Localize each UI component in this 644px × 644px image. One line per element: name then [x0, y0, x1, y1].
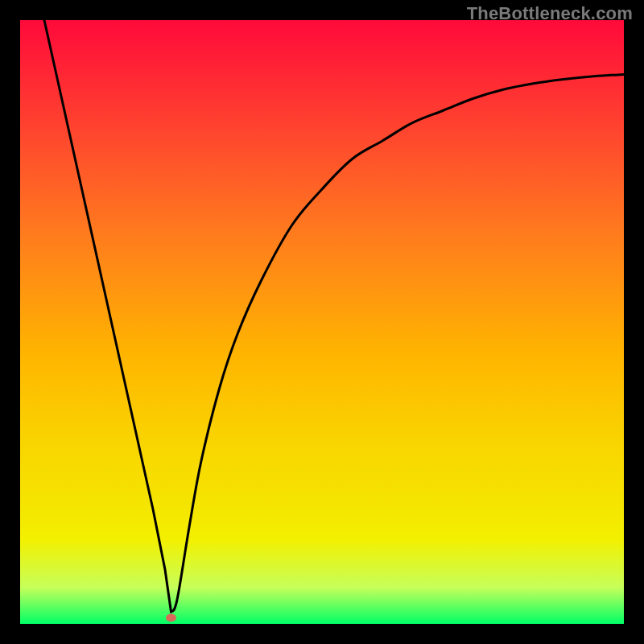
watermark-text: TheBottleneck.com — [467, 3, 633, 24]
bottleneck-curve-right — [171, 75, 625, 613]
bottleneck-curve-left — [44, 20, 171, 612]
chart-svg — [20, 20, 624, 624]
chart-plot-area — [20, 20, 624, 624]
minimum-marker — [166, 614, 176, 622]
